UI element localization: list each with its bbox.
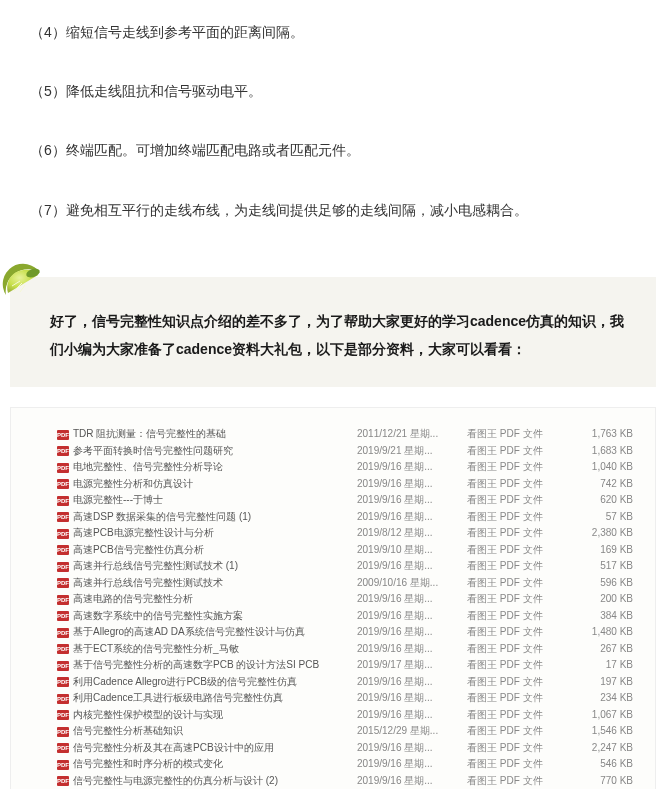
- table-row[interactable]: PDF电源完整性---于博士2019/9/16 星期...看图王 PDF 文件6…: [57, 492, 633, 509]
- file-type: 看图王 PDF 文件: [467, 723, 562, 740]
- table-row[interactable]: PDF高速电路的信号完整性分析2019/9/16 星期...看图王 PDF 文件…: [57, 591, 633, 608]
- file-type: 看图王 PDF 文件: [467, 657, 562, 674]
- highlight-box: 好了，信号完整性知识点介绍的差不多了，为了帮助大家更好的学习cadence仿真的…: [10, 277, 656, 387]
- pdf-icon: PDF: [57, 496, 69, 506]
- file-name: 电源完整性分析和仿真设计: [73, 478, 193, 489]
- table-row[interactable]: PDF高速并行总线信号完整性测试技术2009/10/16 星期...看图王 PD…: [57, 574, 633, 591]
- file-date: 2019/8/12 星期...: [357, 525, 467, 542]
- file-name: 基于Allegro的高速AD DA系统信号完整性设计与仿真: [73, 626, 305, 637]
- file-size: 620 KB: [562, 492, 633, 509]
- file-type: 看图王 PDF 文件: [467, 541, 562, 558]
- table-row[interactable]: PDF信号完整性和时序分析的模式变化2019/9/16 星期...看图王 PDF…: [57, 756, 633, 773]
- file-size: 770 KB: [562, 772, 633, 789]
- file-name: 内核完整性保护模型的设计与实现: [73, 709, 223, 720]
- file-type: 看图王 PDF 文件: [467, 591, 562, 608]
- pdf-icon: PDF: [57, 628, 69, 638]
- file-type: 看图王 PDF 文件: [467, 756, 562, 773]
- file-name-cell: PDF高速数字系统中的信号完整性实施方案: [57, 607, 357, 624]
- file-name: 高速数字系统中的信号完整性实施方案: [73, 610, 243, 621]
- file-name: 基于ECT系统的信号完整性分析_马敏: [73, 643, 239, 654]
- table-row[interactable]: PDF信号完整性分析基础知识2015/12/29 星期...看图王 PDF 文件…: [57, 723, 633, 740]
- file-size: 1,546 KB: [562, 723, 633, 740]
- file-size: 2,247 KB: [562, 739, 633, 756]
- file-type: 看图王 PDF 文件: [467, 607, 562, 624]
- pdf-icon: PDF: [57, 710, 69, 720]
- table-row[interactable]: PDF信号完整性与电源完整性的仿真分析与设计 (2)2019/9/16 星期..…: [57, 772, 633, 789]
- table-row[interactable]: PDF电地完整性、信号完整性分析导论2019/9/16 星期...看图王 PDF…: [57, 459, 633, 476]
- file-size: 742 KB: [562, 475, 633, 492]
- file-type: 看图王 PDF 文件: [467, 442, 562, 459]
- file-name: TDR 阻抗测量：信号完整性的基础: [73, 428, 226, 439]
- file-name-cell: PDF基于信号完整性分析的高速数字PCB 的设计方法SI PCB: [57, 657, 357, 674]
- pdf-icon: PDF: [57, 644, 69, 654]
- file-type: 看图王 PDF 文件: [467, 673, 562, 690]
- paragraph-6: （6）终端匹配。可增加终端匹配电路或者匹配元件。: [30, 138, 636, 163]
- file-size: 169 KB: [562, 541, 633, 558]
- file-type: 看图王 PDF 文件: [467, 558, 562, 575]
- pdf-icon: PDF: [57, 760, 69, 770]
- file-size: 1,040 KB: [562, 459, 633, 476]
- table-row[interactable]: PDF高速PCB信号完整性仿真分析2019/9/10 星期...看图王 PDF …: [57, 541, 633, 558]
- pdf-icon: PDF: [57, 512, 69, 522]
- file-size: 17 KB: [562, 657, 633, 674]
- file-type: 看图王 PDF 文件: [467, 525, 562, 542]
- file-date: 2019/9/16 星期...: [357, 558, 467, 575]
- file-type: 看图王 PDF 文件: [467, 508, 562, 525]
- file-date: 2019/9/17 星期...: [357, 657, 467, 674]
- table-row[interactable]: PDF高速并行总线信号完整性测试技术 (1)2019/9/16 星期...看图王…: [57, 558, 633, 575]
- table-row[interactable]: PDFTDR 阻抗测量：信号完整性的基础2011/12/21 星期...看图王 …: [57, 426, 633, 443]
- file-date: 2019/9/16 星期...: [357, 756, 467, 773]
- file-name: 高速并行总线信号完整性测试技术: [73, 577, 223, 588]
- file-name: 信号完整性分析基础知识: [73, 725, 183, 736]
- file-date: 2019/9/16 星期...: [357, 492, 467, 509]
- pdf-icon: PDF: [57, 611, 69, 621]
- file-name: 高速DSP 数据采集的信号完整性问题 (1): [73, 511, 251, 522]
- file-size: 1,067 KB: [562, 706, 633, 723]
- file-size: 517 KB: [562, 558, 633, 575]
- file-date: 2019/9/16 星期...: [357, 607, 467, 624]
- table-row[interactable]: PDF基于ECT系统的信号完整性分析_马敏2019/9/16 星期...看图王 …: [57, 640, 633, 657]
- table-row[interactable]: PDF参考平面转换时信号完整性问题研究2019/9/21 星期...看图王 PD…: [57, 442, 633, 459]
- file-name-cell: PDF参考平面转换时信号完整性问题研究: [57, 442, 357, 459]
- file-type: 看图王 PDF 文件: [467, 574, 562, 591]
- file-name: 利用Cadence工具进行板级电路信号完整性仿真: [73, 692, 283, 703]
- file-name: 信号完整性分析及其在高速PCB设计中的应用: [73, 742, 274, 753]
- file-name: 电地完整性、信号完整性分析导论: [73, 461, 223, 472]
- table-row[interactable]: PDF高速数字系统中的信号完整性实施方案2019/9/16 星期...看图王 P…: [57, 607, 633, 624]
- file-name: 基于信号完整性分析的高速数字PCB 的设计方法SI PCB: [73, 659, 319, 670]
- file-name-cell: PDFTDR 阻抗测量：信号完整性的基础: [57, 426, 357, 443]
- file-size: 197 KB: [562, 673, 633, 690]
- file-name-cell: PDF利用Cadence工具进行板级电路信号完整性仿真: [57, 690, 357, 707]
- table-row[interactable]: PDF电源完整性分析和仿真设计2019/9/16 星期...看图王 PDF 文件…: [57, 475, 633, 492]
- table-row[interactable]: PDF信号完整性分析及其在高速PCB设计中的应用2019/9/16 星期...看…: [57, 739, 633, 756]
- file-name: 信号完整性与电源完整性的仿真分析与设计 (2): [73, 775, 278, 786]
- paragraph-5: （5）降低走线阻抗和信号驱动电平。: [30, 79, 636, 104]
- highlight-text: 好了，信号完整性知识点介绍的差不多了，为了帮助大家更好的学习cadence仿真的…: [50, 307, 636, 363]
- file-name: 高速并行总线信号完整性测试技术 (1): [73, 560, 238, 571]
- file-date: 2019/9/16 星期...: [357, 459, 467, 476]
- file-type: 看图王 PDF 文件: [467, 772, 562, 789]
- file-type: 看图王 PDF 文件: [467, 426, 562, 443]
- table-row[interactable]: PDF基于信号完整性分析的高速数字PCB 的设计方法SI PCB2019/9/1…: [57, 657, 633, 674]
- file-size: 57 KB: [562, 508, 633, 525]
- file-date: 2019/9/10 星期...: [357, 541, 467, 558]
- file-type: 看图王 PDF 文件: [467, 690, 562, 707]
- table-row[interactable]: PDF基于Allegro的高速AD DA系统信号完整性设计与仿真2019/9/1…: [57, 624, 633, 641]
- table-row[interactable]: PDF内核完整性保护模型的设计与实现2019/9/16 星期...看图王 PDF…: [57, 706, 633, 723]
- file-date: 2019/9/16 星期...: [357, 591, 467, 608]
- paragraph-7: （7）避免相互平行的走线布线，为走线间提供足够的走线间隔，减小电感耦合。: [30, 198, 636, 223]
- pdf-icon: PDF: [57, 727, 69, 737]
- table-row[interactable]: PDF高速PCB电源完整性设计与分析2019/8/12 星期...看图王 PDF…: [57, 525, 633, 542]
- file-type: 看图王 PDF 文件: [467, 640, 562, 657]
- file-name-cell: PDF高速PCB信号完整性仿真分析: [57, 541, 357, 558]
- file-size: 2,380 KB: [562, 525, 633, 542]
- file-date: 2009/10/16 星期...: [357, 574, 467, 591]
- file-date: 2011/12/21 星期...: [357, 426, 467, 443]
- table-row[interactable]: PDF利用Cadence工具进行板级电路信号完整性仿真2019/9/16 星期.…: [57, 690, 633, 707]
- table-row[interactable]: PDF高速DSP 数据采集的信号完整性问题 (1)2019/9/16 星期...…: [57, 508, 633, 525]
- file-date: 2019/9/21 星期...: [357, 442, 467, 459]
- file-name-cell: PDF高速电路的信号完整性分析: [57, 591, 357, 608]
- table-row[interactable]: PDF利用Cadence Allegro进行PCB级的信号完整性仿真2019/9…: [57, 673, 633, 690]
- file-name: 信号完整性和时序分析的模式变化: [73, 758, 223, 769]
- file-name-cell: PDF内核完整性保护模型的设计与实现: [57, 706, 357, 723]
